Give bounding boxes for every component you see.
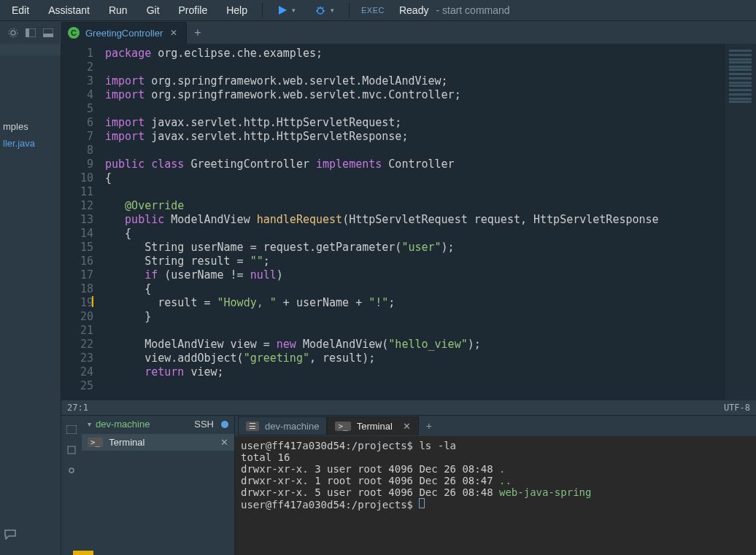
class-badge-icon: C xyxy=(68,27,80,39)
tab-terminal-label: Terminal xyxy=(357,421,393,432)
chevron-down-icon: ▾ xyxy=(292,7,296,14)
terminal-output[interactable]: user@ff417a030d54:/projects$ ls -latotal… xyxy=(235,436,756,555)
bug-icon xyxy=(315,4,326,16)
menu-bar: Edit Assistant Run Git Profile Help ▾ ▾ … xyxy=(0,0,756,20)
svg-line-6 xyxy=(322,7,323,9)
close-icon[interactable]: ✕ xyxy=(220,437,228,448)
menu-edit[interactable]: Edit xyxy=(4,1,36,19)
machine-header[interactable]: ▾ dev-machine SSH xyxy=(82,416,234,432)
menu-help[interactable]: Help xyxy=(219,1,255,19)
ssh-label[interactable]: SSH xyxy=(194,419,214,430)
project-explorer[interactable]: mples ller.java xyxy=(0,44,61,555)
sidebar-terminal-tab[interactable]: >_ Terminal ✕ xyxy=(82,434,234,451)
separator xyxy=(349,3,350,18)
gear-icon[interactable] xyxy=(5,25,21,41)
processes-panel: ▾ dev-machine SSH >_ Terminal ✕ ☰ dev-ma… xyxy=(61,415,756,555)
command-status: Ready xyxy=(399,4,428,16)
menu-run[interactable]: Run xyxy=(101,1,135,19)
tab-dev-machine-label: dev-machine xyxy=(265,421,319,432)
close-icon[interactable]: ✕ xyxy=(169,28,179,38)
command-hint: - start command xyxy=(436,4,509,16)
console-icon: ☰ xyxy=(246,422,259,431)
menu-git[interactable]: Git xyxy=(139,1,167,19)
line-number-gutter: 1234567891011121314151617181920212223242… xyxy=(61,44,102,400)
panel-rail xyxy=(61,416,82,555)
menu-profile[interactable]: Profile xyxy=(171,1,215,19)
chevron-down-icon: ▾ xyxy=(331,7,334,14)
panel-bottom-icon[interactable] xyxy=(40,25,56,41)
terminal-icon: >_ xyxy=(88,438,103,447)
svg-line-5 xyxy=(317,7,319,9)
panel-left-icon[interactable] xyxy=(23,25,39,41)
close-icon[interactable]: ✕ xyxy=(403,421,411,432)
svg-point-15 xyxy=(69,468,74,473)
svg-point-7 xyxy=(11,31,15,35)
svg-rect-10 xyxy=(26,28,29,37)
code-content[interactable]: package org.eclipse.che.examples;import … xyxy=(102,44,724,400)
debug-command-button[interactable]: ▾ xyxy=(307,3,342,18)
machines-sidebar: ▾ dev-machine SSH >_ Terminal ✕ xyxy=(82,416,235,555)
ssh-status-icon[interactable] xyxy=(221,421,228,428)
editor-tab-title: GreetingController xyxy=(85,28,163,39)
tab-dev-machine[interactable]: ☰ dev-machine xyxy=(238,416,327,435)
editor-tab-greetingcontroller[interactable]: C GreetingController ✕ xyxy=(61,22,187,44)
new-tab-button[interactable]: + xyxy=(187,26,208,39)
sidebar-terminal-label: Terminal xyxy=(109,437,144,448)
editor-status-bar: 27:1 UTF-8 xyxy=(61,400,756,415)
svg-rect-14 xyxy=(68,446,75,454)
svg-rect-12 xyxy=(43,34,53,37)
tree-folder-examples[interactable]: mples xyxy=(0,118,61,135)
processes-icon[interactable] xyxy=(63,422,80,438)
editor-toolbar: C GreetingController ✕ + xyxy=(0,20,756,44)
chat-icon[interactable] xyxy=(4,529,16,542)
square-icon[interactable] xyxy=(63,442,80,458)
chevron-down-icon: ▾ xyxy=(88,420,91,428)
bottom-tabs: ☰ dev-machine >_ Terminal ✕ + xyxy=(235,416,756,436)
file-encoding: UTF-8 xyxy=(724,403,750,413)
play-icon xyxy=(277,5,288,15)
run-command-button[interactable]: ▾ xyxy=(270,4,303,17)
tree-file-controller[interactable]: ller.java xyxy=(0,135,61,152)
machine-name: dev-machine xyxy=(96,419,150,430)
new-terminal-button[interactable]: + xyxy=(419,420,439,432)
exec-toggle[interactable]: EXEC xyxy=(357,4,389,16)
svg-rect-13 xyxy=(66,425,77,434)
progress-indicator xyxy=(73,551,93,555)
tab-terminal[interactable]: >_ Terminal ✕ xyxy=(327,416,418,435)
terminal-icon: >_ xyxy=(335,422,350,431)
gear-icon[interactable] xyxy=(63,462,80,478)
cursor-position: 27:1 xyxy=(67,403,88,413)
svg-marker-0 xyxy=(279,6,287,15)
code-editor[interactable]: 1234567891011121314151617181920212223242… xyxy=(61,44,724,400)
minimap[interactable] xyxy=(724,44,756,400)
svg-point-8 xyxy=(9,28,18,37)
toolbar-icons xyxy=(0,25,61,41)
separator xyxy=(262,3,263,18)
menu-assistant[interactable]: Assistant xyxy=(41,1,97,19)
